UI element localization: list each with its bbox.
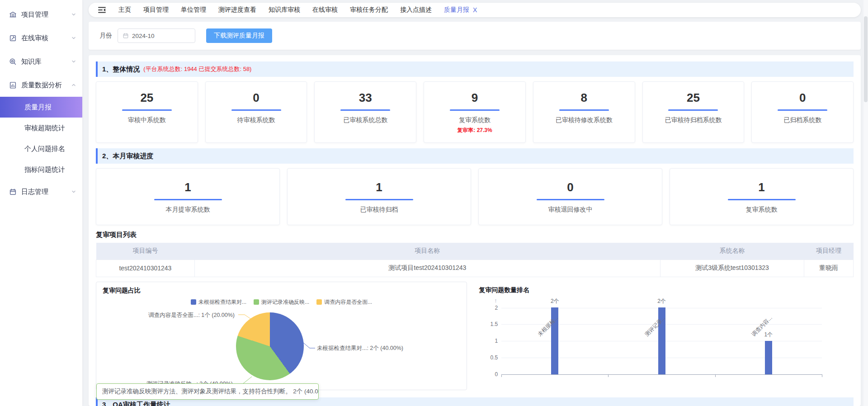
bar-survey[interactable] <box>765 341 772 374</box>
stat-label: 已审核系统总数 <box>315 116 416 124</box>
report-card: 1、整体情况 (平台系统总数: 1944 已提交系统总数: 58) 25 审核中… <box>89 55 861 406</box>
sidebar-subitem-label: 审核超期统计 <box>24 124 65 132</box>
stat-label: 已归档系统数 <box>752 116 853 124</box>
pie-tooltip: 测评记录准确反映测评方法、测评对象及测评结果，支持符合性判断。 2个 (40.0… <box>96 383 319 400</box>
stat-label: 复审系统数 <box>670 206 853 214</box>
pie-callout-survey: 调查内容是否全面...: 1个 (20.00%) <box>103 312 235 319</box>
column-project-no: 项目编号 <box>96 243 195 260</box>
sidebar-item-log-management[interactable]: 日志管理 <box>0 180 82 203</box>
stat-value: 33 <box>315 91 416 105</box>
chevron-up-icon <box>71 83 76 87</box>
legend-swatch <box>191 299 196 305</box>
sidebar-subitem-quality-monthly-report[interactable]: 质量月报 <box>0 97 82 118</box>
legend-item[interactable]: 未根据检查结果对... <box>191 298 246 306</box>
filter-bar: 月份 下载测评质量月报 <box>89 22 861 50</box>
stat-card-in-review: 25 审核中系统数 <box>96 81 198 143</box>
pie-chart-title: 复审问题占比 <box>103 287 460 295</box>
chevron-down-icon <box>71 59 76 64</box>
sidebar-item-label: 项目管理 <box>21 10 71 19</box>
sidebar-subitem-personal-issue-ranking[interactable]: 个人问题排名 <box>0 138 82 159</box>
tab-close-icon[interactable]: X <box>473 6 477 14</box>
sidebar-subitem-review-overdue-stats[interactable]: 审核超期统计 <box>0 118 82 138</box>
column-system-name: 系统名称 <box>660 243 804 260</box>
stat-label: 待审核系统数 <box>206 116 307 124</box>
stat-card-month-re-review: 1 复审系统数 <box>670 168 854 225</box>
sidebar-subitem-indicator-issue-stats[interactable]: 指标问题统计 <box>0 159 82 180</box>
sidebar-item-label: 在线审核 <box>21 34 71 42</box>
re-review-table-title: 复审项目列表 <box>96 231 854 239</box>
legend-item[interactable]: 调查内容是否全面... <box>316 298 372 306</box>
scrollbar-thumb[interactable] <box>864 16 868 102</box>
stat-value: 1 <box>96 180 279 194</box>
cell-project-manager: 董晓雨 <box>804 260 854 277</box>
pie-chart-area: 调查内容是否全面...: 1个 (20.00%) 未根据检查结果对...: 2个… <box>103 308 460 389</box>
stat-card-month-pending-archive: 1 已审核待归档 <box>287 168 471 225</box>
re-review-table: 项目编号 项目名称 系统名称 项目经理 test202410301243 测试项… <box>96 243 854 277</box>
tab-evaluation-progress[interactable]: 测评进度查看 <box>218 6 256 14</box>
tab-knowledge-review[interactable]: 知识库审核 <box>269 6 300 14</box>
pie-graphic[interactable] <box>236 312 304 380</box>
vertical-scrollbar <box>863 0 868 406</box>
section-1-header: 1、整体情况 (平台系统总数: 1944 已提交系统总数: 58) <box>96 61 854 77</box>
tab-unit-management[interactable]: 单位管理 <box>181 6 206 14</box>
project-icon <box>9 11 17 19</box>
stat-value: 0 <box>752 91 853 105</box>
stat-value: 25 <box>96 91 198 105</box>
knowledge-icon <box>9 58 17 66</box>
legend-swatch <box>316 299 322 305</box>
stat-label: 已审核待归档 <box>288 206 471 214</box>
sidebar-item-knowledge-base[interactable]: 知识库 <box>0 50 82 73</box>
stat-card-pending-archive: 25 已审核待归档系统数 <box>642 81 745 143</box>
legend-label: 未根据检查结果对... <box>198 298 246 306</box>
stat-value: 8 <box>533 91 635 105</box>
tab-online-review[interactable]: 在线审核 <box>312 6 338 14</box>
month-picker[interactable] <box>118 28 195 43</box>
stat-label: 已审核待归档系统数 <box>643 116 744 124</box>
tab-review-task-assignment[interactable]: 审核任务分配 <box>350 6 388 14</box>
cell-project-no: test202410301243 <box>96 260 195 277</box>
stat-label: 审核中系统数 <box>96 116 198 124</box>
re-review-issue-ratio-panel: 复审问题占比 未根据检查结果对... 测评记录准确反映... 调查内容是否全面.… <box>96 282 467 390</box>
stat-card-archived: 0 已归档系统数 <box>751 81 854 143</box>
month-input[interactable] <box>132 33 190 39</box>
sidebar-item-online-review[interactable]: 在线审核 <box>0 26 82 50</box>
section-1-title: 1、整体情况 <box>102 65 140 74</box>
legend-item[interactable]: 测评记录准确反映... <box>254 298 309 306</box>
collapse-menu-icon[interactable] <box>98 6 106 14</box>
table-row: test202410301243 测试项目test202410301243 测试… <box>96 260 854 277</box>
stat-value: 1 <box>670 180 853 194</box>
download-monthly-report-button[interactable]: 下载测评质量月报 <box>206 28 272 43</box>
month-cards-row: 1 本月提审系统数 1 已审核待归档 0 审核退回修改中 1 复审系统数 <box>96 168 854 225</box>
calendar-icon <box>123 33 129 39</box>
stat-card-pending-review: 0 待审核系统数 <box>205 81 307 143</box>
bar-chart-title: 复审问题数量排名 <box>479 286 854 294</box>
sidebar-item-label: 日志管理 <box>21 188 71 196</box>
section-3-title: 3、QA审核工作量统计 <box>102 401 170 406</box>
tab-home[interactable]: 主页 <box>118 6 131 14</box>
stat-label: 已审核待修改系统数 <box>533 116 635 124</box>
y-tick: 1.5 <box>481 321 498 327</box>
pie-legend: 未根据检查结果对... 测评记录准确反映... 调查内容是否全面... <box>103 298 460 306</box>
legend-swatch <box>254 299 259 305</box>
stat-label: 本月提审系统数 <box>96 206 279 214</box>
sidebar-item-quality-data-analysis[interactable]: 质量数据分析 <box>0 73 82 97</box>
cell-system-name: 测试3级系统test10301323 <box>660 260 804 277</box>
legend-label: 测评记录准确反映... <box>261 298 309 306</box>
y-tick: 2 <box>481 305 498 311</box>
stat-value: 9 <box>424 91 525 105</box>
overview-cards-row: 25 审核中系统数 0 待审核系统数 33 已审核系统总数 9 复审系统数 复审… <box>96 81 854 143</box>
bar-value-label: 2个 <box>545 297 565 305</box>
section-1-subtitle: (平台系统总数: 1944 已提交系统总数: 58) <box>143 65 251 73</box>
sidebar-item-label: 知识库 <box>21 57 71 66</box>
main-content: 主页 项目管理 单位管理 测评进度查看 知识库审核 在线审核 审核任务分配 接入… <box>82 0 868 406</box>
y-tick: 1 <box>481 338 498 344</box>
stat-card-month-returned: 0 审核退回修改中 <box>478 168 662 225</box>
re-review-issue-ranking-panel: 复审问题数量排名 ↑ 2 1.5 1 0.5 0 2个 2个 <box>479 282 854 390</box>
log-icon <box>9 188 17 196</box>
stat-value: 1 <box>288 180 471 194</box>
sidebar-item-project-management[interactable]: 项目管理 <box>0 3 82 26</box>
tab-access-point-description[interactable]: 接入点描述 <box>400 6 432 14</box>
tab-project-management[interactable]: 项目管理 <box>143 6 169 14</box>
stat-card-month-submitted: 1 本月提审系统数 <box>96 168 280 225</box>
tab-quality-monthly-report[interactable]: 质量月报 X <box>444 6 477 14</box>
